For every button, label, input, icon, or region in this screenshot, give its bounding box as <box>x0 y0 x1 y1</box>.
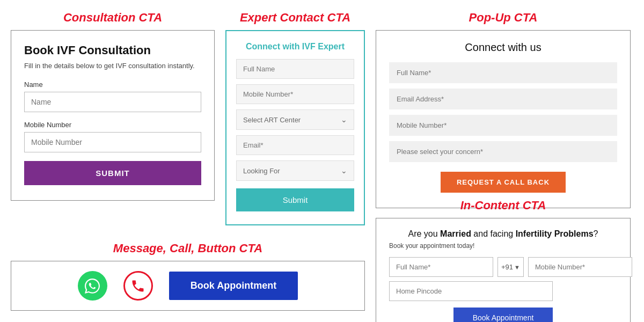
chevron-down-icon-3: ▼ <box>514 264 520 270</box>
expert-cta-section: Expert Contact CTA Connect with IVF Expe… <box>225 11 365 225</box>
incontent-pincode-input[interactable] <box>389 281 553 301</box>
headline-part2: and facing <box>471 229 516 238</box>
chevron-down-icon: ⌄ <box>341 115 347 124</box>
expert-email-input[interactable] <box>236 135 354 155</box>
message-cta-section: Message, Call, Button CTA Book Appointme… <box>11 241 365 311</box>
popup-card: Connect with us REQUEST A CALL BACK <box>376 30 631 208</box>
consultation-card-subtitle: Fill in the details below to get IVF con… <box>24 62 201 70</box>
incontent-mobile-input[interactable] <box>528 257 632 277</box>
consultation-card-title: Book IVF Consultation <box>24 43 201 57</box>
expert-cta-title: Expert Contact CTA <box>225 11 365 25</box>
expert-submit-button[interactable]: Submit <box>236 188 354 211</box>
expert-art-center-label: Select ART Center <box>243 116 301 124</box>
incontent-headline: Are you Married and facing Infertility P… <box>389 229 617 239</box>
incontent-name-row: +91 ▼ <box>389 257 617 277</box>
mobile-label: Mobile Number <box>24 121 201 129</box>
consultation-cta-title: Consultation CTA <box>11 11 215 25</box>
expert-card-title: Connect with IVF Expert <box>236 42 354 52</box>
incontent-book-appointment-button[interactable]: Book Appointment <box>453 308 553 322</box>
book-appointment-button[interactable]: Book Appointment <box>169 272 298 300</box>
incontent-cta-title: In-Content CTA <box>376 199 631 213</box>
expert-art-center-select[interactable]: Select ART Center ⌄ <box>236 109 354 130</box>
expert-looking-for-label: Looking For <box>243 167 280 175</box>
expert-mobile-input[interactable] <box>236 84 354 104</box>
expert-looking-for-select[interactable]: Looking For ⌄ <box>236 160 354 181</box>
country-code-select[interactable]: +91 ▼ <box>497 257 524 277</box>
popup-mobile-input[interactable] <box>389 115 617 136</box>
incontent-pincode-row <box>389 281 617 301</box>
popup-email-input[interactable] <box>389 89 617 109</box>
incontent-subtext: Book your appointment today! <box>389 242 617 250</box>
expert-fullname-input[interactable] <box>236 59 354 79</box>
whatsapp-button[interactable] <box>78 271 107 301</box>
message-cta-title: Message, Call, Button CTA <box>11 241 365 255</box>
consultation-card: Book IVF Consultation Fill in the detail… <box>11 30 215 201</box>
expert-card: Connect with IVF Expert Select ART Cente… <box>225 30 365 225</box>
popup-cta-title: Pop-Up CTA <box>376 11 631 25</box>
headline-married: Married <box>440 229 471 238</box>
incontent-fullname-input[interactable] <box>389 257 493 277</box>
headline-end: ? <box>594 229 598 238</box>
headline-part1: Are you <box>408 229 441 238</box>
request-call-back-button[interactable]: REQUEST A CALL BACK <box>441 172 566 193</box>
incontent-cta-section: In-Content CTA Are you Married and facin… <box>376 199 631 322</box>
chevron-down-icon-2: ⌄ <box>341 166 347 175</box>
popup-cta-section: Pop-Up CTA Connect with us REQUEST A CAL… <box>376 11 631 208</box>
mobile-input[interactable] <box>24 132 201 152</box>
message-card: Book Appointment <box>11 261 365 311</box>
country-code-value: +91 <box>501 263 513 271</box>
popup-card-title: Connect with us <box>389 41 617 54</box>
popup-concern-input[interactable] <box>389 141 617 162</box>
consultation-submit-button[interactable]: SUBMIT <box>24 161 201 185</box>
name-input[interactable] <box>24 92 201 112</box>
name-label: Name <box>24 80 201 89</box>
consultation-cta-section: Consultation CTA Book IVF Consultation F… <box>11 11 215 201</box>
call-button[interactable] <box>123 271 153 301</box>
incontent-card: Are you Married and facing Infertility P… <box>376 218 631 322</box>
headline-infertility: Infertility Problems <box>516 229 594 238</box>
popup-fullname-input[interactable] <box>389 62 617 83</box>
